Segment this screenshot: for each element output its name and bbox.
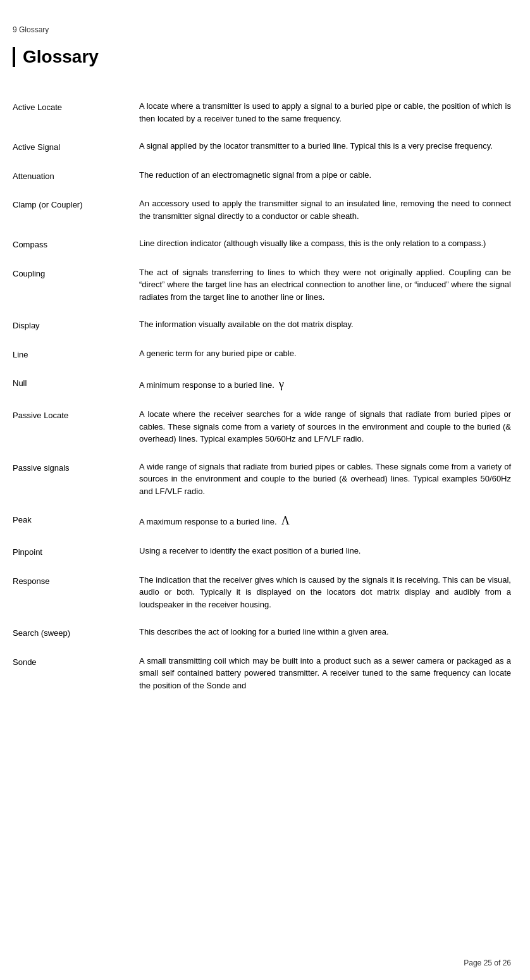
glossary-row: DisplayThe information visually availabl… [13, 311, 511, 340]
glossary-term: Active Locate [13, 92, 139, 132]
glossary-row: SondeA small transmitting coil which may… [13, 647, 511, 700]
null-symbol: γ [279, 378, 284, 390]
glossary-definition: A small transmitting coil which may be b… [139, 647, 511, 700]
glossary-definition: The act of signals transferring to lines… [139, 259, 511, 311]
glossary-row: CompassLine direction indicator (althoug… [13, 230, 511, 259]
glossary-definition: A locate where a transmitter is used to … [139, 92, 511, 132]
glossary-definition: The information visually available on th… [139, 311, 511, 340]
peak-symbol: Λ [281, 514, 290, 527]
glossary-row: Passive signalsA wide range of signals t… [13, 453, 511, 506]
glossary-row: CouplingThe act of signals transferring … [13, 259, 511, 311]
glossary-term: Response [13, 566, 139, 619]
glossary-term: Coupling [13, 259, 139, 311]
glossary-definition: A maximum response to a buried line. Λ [139, 505, 511, 537]
glossary-row: Active LocateA locate where a transmitte… [13, 92, 511, 132]
glossary-term: Peak [13, 505, 139, 537]
glossary-definition: A minimum response to a buried line. γ [139, 368, 511, 400]
glossary-definition: A generic term for any buried pipe or ca… [139, 340, 511, 369]
breadcrumb: 9 Glossary [13, 25, 511, 34]
glossary-term: Active Signal [13, 132, 139, 161]
glossary-row: Active SignalA signal applied by the loc… [13, 132, 511, 161]
glossary-term: Sonde [13, 647, 139, 700]
glossary-row: Clamp (or Coupler)An accessory used to a… [13, 190, 511, 230]
glossary-row: AttenuationThe reduction of an electroma… [13, 161, 511, 190]
glossary-term: Display [13, 311, 139, 340]
glossary-definition: Using a receiver to identify the exact p… [139, 537, 511, 566]
glossary-term: Clamp (or Coupler) [13, 190, 139, 230]
page-footer: Page 25 of 26 [464, 958, 511, 967]
glossary-row: PeakA maximum response to a buried line.… [13, 505, 511, 537]
glossary-term: Search (sweep) [13, 618, 139, 647]
glossary-row: PinpointUsing a receiver to identify the… [13, 537, 511, 566]
glossary-term: Passive Locate [13, 400, 139, 453]
glossary-row: NullA minimum response to a buried line.… [13, 368, 511, 400]
glossary-row: Search (sweep)This describes the act of … [13, 618, 511, 647]
glossary-definition: An accessory used to apply the transmitt… [139, 190, 511, 230]
page-title: Glossary [23, 47, 511, 67]
glossary-term: Compass [13, 230, 139, 259]
glossary-term: Pinpoint [13, 537, 139, 566]
glossary-row: LineA generic term for any buried pipe o… [13, 340, 511, 369]
glossary-term: Line [13, 340, 139, 369]
glossary-row: Passive LocateA locate where the receive… [13, 400, 511, 453]
glossary-term: Attenuation [13, 161, 139, 190]
glossary-definition: A locate where the receiver searches for… [139, 400, 511, 453]
glossary-definition: The indication that the receiver gives w… [139, 566, 511, 619]
glossary-definition: This describes the act of looking for a … [139, 618, 511, 647]
glossary-table: Active LocateA locate where a transmitte… [13, 92, 511, 699]
glossary-definition: A signal applied by the locator transmit… [139, 132, 511, 161]
glossary-term: Passive signals [13, 453, 139, 506]
glossary-definition: A wide range of signals that radiate fro… [139, 453, 511, 506]
glossary-definition: Line direction indicator (although visua… [139, 230, 511, 259]
glossary-row: ResponseThe indication that the receiver… [13, 566, 511, 619]
glossary-definition: The reduction of an electromagnetic sign… [139, 161, 511, 190]
glossary-term: Null [13, 368, 139, 400]
